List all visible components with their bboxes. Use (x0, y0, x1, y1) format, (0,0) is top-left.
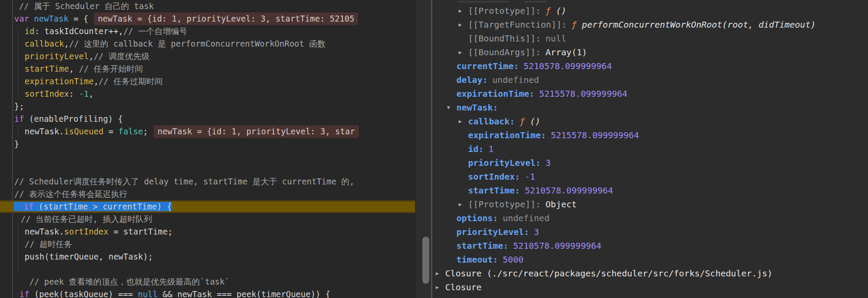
code-line[interactable]: startTime, // 任务开始时间 (0, 63, 415, 75)
scope-row[interactable]: ▶priorityLevel:3 (432, 156, 868, 170)
scope-row[interactable]: ▶expirationTime:5215578.099999964 (432, 87, 868, 101)
scope-value: Array(1) (546, 45, 587, 59)
scope-key: [[BoundThis]]: (468, 32, 541, 45)
scope-value: 5210578.099999964 (525, 184, 613, 197)
scope-key: options: (456, 211, 498, 225)
scope-row[interactable]: ▶[[BoundArgs]]:Array(1) (432, 45, 868, 59)
code-line[interactable]: if (enableProfiling) { (0, 113, 415, 125)
code-token: // 调度优先级 (94, 51, 149, 61)
expand-arrow-icon[interactable]: ▶ (436, 280, 445, 294)
code-line[interactable]: push(timerQueue, newTask); (0, 250, 415, 263)
vertical-scrollbar[interactable] (415, 0, 431, 298)
scope-value-part: undefined (492, 75, 539, 85)
code-token: id (25, 26, 35, 36)
code-token: startTime (25, 64, 69, 73)
code-line[interactable]: // 当前任务已超时, 插入超时队列 (0, 213, 415, 225)
code-line[interactable]: if (peek(taskQueue) === null && newTask … (0, 288, 415, 298)
code-line[interactable]: // Scheduler调度任务时传入了 delay time, startTi… (0, 175, 415, 188)
scope-row[interactable]: ▶startTime:5210578.099999964 (432, 239, 868, 253)
code-line[interactable] (0, 150, 415, 163)
scope-row[interactable]: ▶timeout:5000 (432, 253, 868, 266)
scope-row[interactable]: ▶currentTime:5210578.099999964 (432, 59, 868, 73)
code-token: sortIndex (25, 89, 69, 98)
expand-arrow-icon[interactable]: ▶ (459, 114, 468, 128)
function-icon: ƒ (572, 19, 577, 30)
code-line[interactable]: var newTask = {newTask = {id: 1, priorit… (0, 13, 415, 25)
scope-value: undefined (492, 73, 539, 87)
scope-value-part: 1 (488, 144, 494, 154)
collapse-arrow-icon[interactable]: ▼ (447, 101, 456, 114)
scope-row[interactable]: ▶sortIndex:-1 (432, 170, 868, 184)
scope-value: 3 (534, 225, 539, 239)
scope-value-part: () (551, 6, 566, 16)
inline-eval-widget: newTask = {id: 1, priorityLevel: 3, star… (94, 13, 359, 25)
code-token: newTask. (25, 127, 64, 136)
scope-value: ƒ () (519, 114, 540, 128)
code-token: isQueued (64, 127, 104, 136)
scope-panel: ▶[[Prototype]]:ƒ ()▶[[TargetFunction]]:ƒ… (432, 0, 868, 298)
code-token: // Scheduler调度任务时传入了 delay time, startTi… (14, 177, 355, 186)
clipped-row-remnant (524, 1, 548, 3)
scope-row[interactable]: ▶Closure (432, 280, 868, 294)
expand-arrow-icon[interactable]: ▶ (459, 4, 468, 18)
scope-row[interactable]: ▶expirationTime:5215578.099999964 (432, 128, 868, 142)
code-token: , (89, 89, 94, 98)
code-line[interactable]: // 超时任务 (0, 238, 415, 250)
code-line[interactable]: // 表示这个任务将会延迟执行 (0, 188, 415, 200)
scope-row[interactable]: ▶options:undefined (432, 211, 868, 225)
expand-arrow-icon[interactable]: ▶ (436, 266, 445, 280)
expand-arrow-icon[interactable]: ▶ (459, 18, 468, 32)
scrollbar-thumb[interactable] (422, 237, 429, 284)
scope-value-part: undefined (503, 213, 549, 223)
code-token: , (94, 76, 98, 86)
scope-key: callback: (468, 114, 515, 128)
code-line[interactable] (0, 263, 415, 276)
scope-key: priorityLevel: (456, 225, 529, 239)
code-line[interactable]: // peek 查看堆的顶点，也就是优先级最高的`task` (0, 276, 415, 288)
code-line[interactable]: newTask.isQueued = false;newTask = {id: … (0, 125, 415, 138)
scope-row[interactable]: ▶delay:undefined (432, 73, 868, 87)
expand-arrow-icon[interactable]: ▶ (459, 197, 468, 211)
expand-arrow-icon[interactable]: ▶ (459, 45, 468, 59)
inline-eval-widget: newTask = {id: 1, priorityLevel: 3, star (154, 125, 359, 138)
code-line[interactable]: } (0, 138, 415, 150)
code-line[interactable]: expirationTime,// 任务过期时间 (0, 75, 415, 88)
scope-row[interactable]: ▼newTask: (432, 101, 868, 114)
code-line[interactable]: callback,// 这里的 callback 是 performConcur… (0, 38, 415, 50)
scope-row[interactable]: ▶[[TargetFunction]]:ƒ performConcurrentW… (432, 18, 868, 32)
scope-row[interactable]: ▶priorityLevel:3 (432, 225, 868, 239)
scope-row[interactable]: ▶[[Prototype]]:Object (432, 197, 868, 211)
scope-row[interactable]: ▶[[BoundThis]]:null (432, 32, 868, 45)
code-line[interactable] (0, 163, 415, 175)
scope-key: Closure (./src/react/packages/scheduler/… (445, 266, 773, 280)
code-token: ; (143, 127, 148, 136)
scope-value: -1 (525, 170, 535, 184)
scope-value: 5210578.099999964 (513, 239, 601, 253)
scope-value-part: null (546, 33, 566, 44)
code-editor-pane[interactable]: // 属于 Scheduler 自己的 taskvar newTask = {n… (0, 0, 431, 298)
code-line[interactable]: id: taskIdCounter++,// 一个自增编号 (0, 25, 415, 38)
scope-row[interactable]: ▶callback:ƒ () (432, 114, 868, 128)
code-token: = startTime; (108, 227, 173, 236)
scope-row[interactable]: ▶[[Prototype]]:ƒ () (432, 4, 868, 18)
code-token: (peek(taskQueue) === (29, 289, 138, 298)
scope-value: 5215578.099999964 (539, 87, 628, 101)
scope-row[interactable]: ▶startTime:5210578.099999964 (432, 184, 868, 197)
code-line[interactable]: priorityLevel,// 调度优先级 (0, 50, 415, 63)
selected-code-text (14, 202, 24, 211)
code-line[interactable]: sortIndex: -1, (0, 88, 415, 100)
scope-value-part: () (525, 116, 540, 127)
code-token: = (104, 127, 118, 136)
scope-value-part: Array(1) (546, 47, 587, 57)
code-token: callback (25, 39, 64, 48)
code-line[interactable]: // 属于 Scheduler 自己的 task (0, 0, 415, 13)
scope-row[interactable]: ▶id:1 (432, 142, 868, 156)
scope-key: expirationTime: (468, 128, 546, 142)
execution-highlight-line[interactable]: if (startTime > currentTime) { (0, 200, 415, 213)
scope-row[interactable]: ▶Closure (./src/react/packages/scheduler… (432, 266, 868, 280)
code-token: expirationTime (25, 76, 94, 86)
code-token: if (19, 289, 29, 298)
code-line[interactable]: }; (0, 100, 415, 113)
scope-key: startTime: (456, 239, 508, 253)
code-line[interactable]: newTask.sortIndex = startTime; (0, 225, 415, 238)
